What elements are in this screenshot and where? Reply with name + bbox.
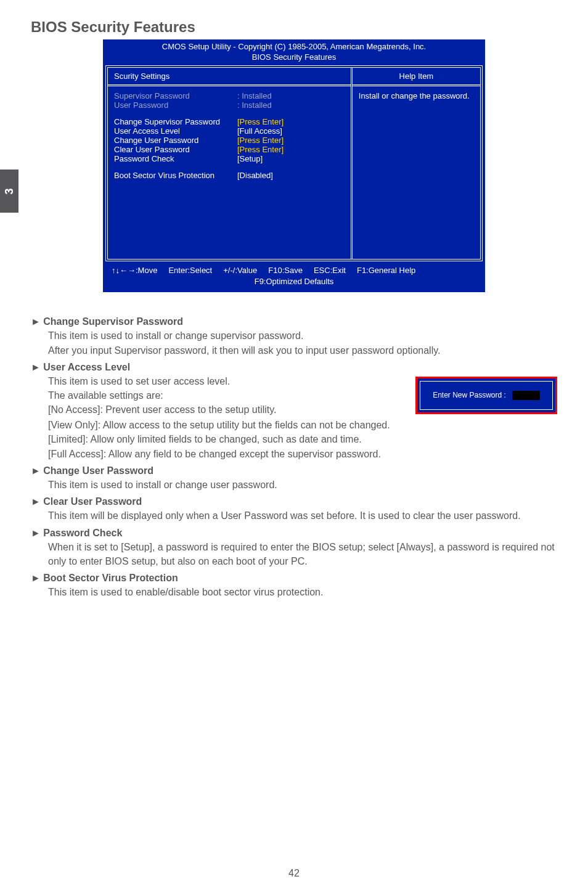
- row-value: : Installed: [237, 100, 345, 110]
- row-value: [Setup]: [237, 154, 345, 163]
- body-text: After you input Supervisor password, it …: [48, 343, 557, 358]
- user-access-level-item[interactable]: User Access Level [Full Access]: [114, 126, 345, 136]
- enter-new-password-dialog: Enter New Password :: [415, 377, 557, 414]
- row-value: : Installed: [237, 91, 345, 100]
- hint-select: Enter:Select: [168, 265, 212, 276]
- row-label: User Password: [114, 100, 237, 110]
- row-value: [Press Enter]: [237, 136, 345, 145]
- section-password-check: ► Password Check: [31, 526, 557, 540]
- hint-value: +/-/:Value: [223, 265, 257, 276]
- section-change-supervisor-password: ► Change Supervisor Password: [31, 314, 557, 329]
- row-value: [Disabled]: [237, 171, 345, 180]
- password-dialog-label: Enter New Password :: [433, 390, 506, 401]
- body-text: [Full Access]: Allow any field to be cha…: [48, 447, 557, 461]
- row-label: Password Check: [114, 154, 237, 163]
- user-password-status: User Password : Installed: [114, 100, 345, 110]
- page-title: BIOS Security Features: [31, 18, 557, 36]
- row-label: Change Supervisor Password: [114, 117, 237, 126]
- bios-window: CMOS Setup Utility - Copyright (C) 1985-…: [103, 39, 485, 292]
- section-user-access-level: ► User Access Level: [31, 360, 557, 374]
- row-label: Boot Sector Virus Protection: [114, 171, 237, 180]
- body-text: This item is used to install or change u…: [48, 478, 557, 492]
- bios-left-header: Scurity Settings: [108, 68, 351, 86]
- hint-move: ↑↓←→:Move: [112, 265, 157, 276]
- row-value: [Press Enter]: [237, 145, 345, 154]
- change-user-password-item[interactable]: Change User Password [Press Enter]: [114, 136, 345, 145]
- body-text: When it is set to [Setup], a password is…: [48, 540, 557, 568]
- clear-user-password-item[interactable]: Clear User Password [Press Enter]: [114, 145, 345, 154]
- section-change-user-password: ► Change User Password: [31, 464, 557, 478]
- bios-header-line1: CMOS Setup Utility - Copyright (C) 1985-…: [103, 42, 485, 52]
- row-value: [Full Access]: [237, 126, 345, 136]
- body-text: This item will be displayed only when a …: [48, 509, 557, 523]
- body-text: [View Only]: Allow access to the setup u…: [48, 418, 557, 432]
- bios-footer: ↑↓←→:Move Enter:Select +/-/:Value F10:Sa…: [105, 261, 483, 292]
- chapter-tab: 3: [0, 170, 18, 213]
- body-text: [Limited]: Allow only limited fields to …: [48, 432, 557, 446]
- row-value: [Press Enter]: [237, 117, 345, 126]
- row-label: User Access Level: [114, 126, 237, 136]
- hint-save: F10:Save: [268, 265, 303, 276]
- hint-exit: ESC:Exit: [314, 265, 346, 276]
- row-label: Clear User Password: [114, 145, 237, 154]
- hint-defaults: F9:Optimized Defaults: [112, 276, 476, 287]
- body-text: This item is used to install or change s…: [48, 329, 557, 343]
- row-label: Change User Password: [114, 136, 237, 145]
- hint-help: F1:General Help: [357, 265, 415, 276]
- bios-header: CMOS Setup Utility - Copyright (C) 1985-…: [103, 39, 485, 65]
- row-label: Supervisor Password: [114, 91, 237, 100]
- password-input[interactable]: [512, 391, 540, 400]
- body-text: This item is used to enable/disable boot…: [48, 585, 557, 599]
- section-boot-sector-virus-protection: ► Boot Sector Virus Protection: [31, 571, 557, 585]
- password-check-item[interactable]: Password Check [Setup]: [114, 154, 345, 163]
- chapter-number: 3: [2, 188, 15, 194]
- boot-sector-virus-protection-item[interactable]: Boot Sector Virus Protection [Disabled]: [114, 171, 345, 180]
- bios-help-text: Install or change the password.: [353, 86, 480, 105]
- section-clear-user-password: ► Clear User Password: [31, 494, 557, 509]
- page-number: 42: [0, 868, 588, 879]
- bios-header-line2: BIOS Security Features: [103, 52, 485, 63]
- supervisor-password-status: Supervisor Password : Installed: [114, 91, 345, 100]
- change-supervisor-password-item[interactable]: Change Supervisor Password [Press Enter]: [114, 117, 345, 126]
- bios-help-header: Help Item: [353, 68, 480, 86]
